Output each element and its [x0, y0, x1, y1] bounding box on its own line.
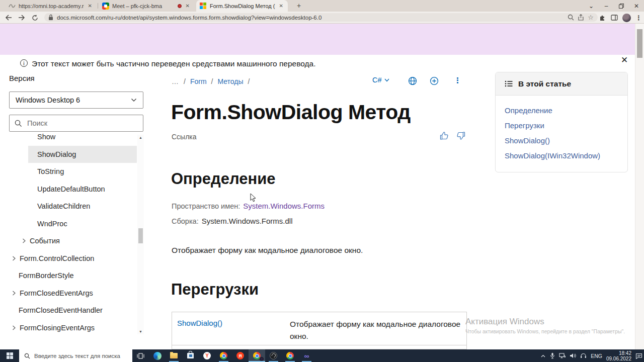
tree-item-form-controlcollection[interactable]: Form.ControlCollection [9, 250, 137, 267]
tree-item-tostring[interactable]: ToString [9, 163, 137, 180]
add-to-collection-icon[interactable] [430, 76, 439, 85]
page-scrollbar[interactable] [635, 24, 644, 349]
visual-studio-taskbar-icon[interactable]: ∞ [298, 349, 315, 362]
microsoft-favicon-icon [200, 3, 207, 9]
activation-watermark-subtitle: Чтобы активировать Windows, перейдите в … [465, 328, 625, 334]
edge-taskbar-icon[interactable] [149, 349, 166, 362]
taskbar-apps: Y Я ∞ [132, 349, 315, 362]
bookmark-star-icon[interactable]: ☆ [588, 14, 594, 21]
chrome2-taskbar-icon[interactable] [282, 349, 298, 362]
tab-google-meet[interactable]: Meet – pfk-cjck-bma ✕ [99, 0, 194, 12]
close-icon[interactable]: ✕ [185, 3, 191, 9]
toc-link-showdialog[interactable]: ShowDialog() [505, 133, 618, 148]
definition-heading: Определение [171, 170, 275, 188]
toc-link-overloads[interactable]: Перегрузки [505, 118, 618, 133]
breadcrumb-ellipsis[interactable]: … [172, 77, 179, 85]
tree-item-events[interactable]: События [9, 232, 137, 250]
tree-item-label: ShowDialog [37, 150, 76, 158]
chrome-active-taskbar-icon[interactable] [249, 349, 265, 362]
thumbs-up-icon[interactable] [439, 131, 449, 141]
taskbar-clock[interactable]: 18:42 09.06.2022 [606, 350, 631, 361]
scrollbar-thumb[interactable] [637, 29, 642, 58]
close-icon[interactable]: ✕ [278, 3, 284, 9]
sidebar-search[interactable] [9, 115, 143, 132]
reload-button[interactable] [30, 13, 39, 22]
tree-item-label: События [30, 237, 60, 245]
tree-item-updatedefaultbutton[interactable]: UpdateDefaultButton [9, 180, 137, 198]
extensions-icon[interactable] [599, 14, 606, 21]
version-dropdown[interactable]: Windows Desktop 6 [9, 92, 143, 109]
article-tools: C# ⋮ [372, 76, 463, 87]
chevron-right-icon[interactable] [22, 238, 26, 243]
overloads-table: ShowDialog() Отображает форму как модаль… [172, 312, 467, 349]
toc-link-definition[interactable]: Определение [505, 103, 618, 118]
share-icon[interactable] [578, 14, 584, 21]
overload-link[interactable]: ShowDialog() [177, 319, 222, 327]
globe-icon[interactable] [408, 76, 417, 85]
obs-taskbar-icon[interactable] [265, 349, 282, 362]
yandex-browser-taskbar-icon[interactable]: Я [232, 349, 249, 362]
profile-avatar[interactable] [622, 14, 631, 22]
scroll-down-icon[interactable]: ▼ [137, 330, 144, 333]
recording-indicator-icon [178, 4, 182, 8]
network-icon[interactable] [559, 353, 566, 358]
taskbar-time: 18:42 [606, 350, 631, 356]
tree-item-formborderstyle[interactable]: FormBorderStyle [9, 267, 137, 285]
more-actions-icon[interactable]: ⋮ [454, 76, 461, 85]
start-button[interactable] [0, 349, 19, 362]
yandex-taskbar-icon[interactable]: Y [199, 349, 215, 362]
language-selector[interactable]: C# [372, 76, 389, 84]
task-view-button[interactable] [132, 349, 149, 362]
chrome-taskbar-icon[interactable] [215, 349, 232, 362]
tab-search-icon[interactable]: ⌄ [584, 0, 599, 12]
browser-menu-icon[interactable]: ⋮ [635, 14, 642, 22]
toc-link-showdialog-iwin32window[interactable]: ShowDialog(IWin32Window) [505, 148, 618, 163]
restore-button[interactable] [614, 0, 629, 12]
tree-item-formclosedeventargs[interactable]: FormClosedEventArgs [9, 285, 137, 302]
lock-icon [48, 14, 53, 21]
tree-item-validatechildren[interactable]: ValidateChildren [9, 198, 137, 215]
headset-icon[interactable] [580, 353, 587, 358]
breadcrumb-link-form[interactable]: Form [190, 77, 207, 85]
breadcrumb-link-methods[interactable]: Методы [217, 77, 243, 85]
microphone-icon[interactable] [550, 352, 555, 359]
tree-item-show[interactable]: Show [9, 133, 137, 146]
url-text[interactable]: docs.microsoft.com/ru-ru/dotnet/api/syst… [57, 15, 564, 21]
chevron-down-icon [384, 78, 389, 82]
scrollbar-thumb[interactable] [138, 228, 143, 243]
obs-icon [270, 352, 277, 359]
folder-icon [170, 353, 178, 358]
zoom-icon[interactable] [568, 14, 574, 21]
address-bar[interactable]: docs.microsoft.com/ru-ru/dotnet/api/syst… [44, 13, 598, 22]
microsoft-store-taskbar-icon[interactable] [182, 349, 199, 362]
tray-chevron-up-icon[interactable] [540, 354, 546, 358]
close-window-button[interactable]: ✕ [629, 0, 644, 12]
tree-item-showdialog[interactable]: ShowDialog [28, 146, 137, 163]
tab-docs-microsoft[interactable]: Form.ShowDialog Метод (System ✕ [196, 0, 288, 12]
chevron-right-icon[interactable] [12, 256, 16, 261]
tree-item-label: FormClosingEventArgs [20, 324, 95, 332]
close-icon[interactable]: ✕ [87, 3, 93, 9]
tree-item-wndproc[interactable]: WndProc [9, 215, 137, 233]
tree-item-formclosingeventargs[interactable]: FormClosingEventArgs [9, 319, 137, 335]
search-input[interactable] [26, 119, 138, 128]
forward-button[interactable] [17, 13, 26, 22]
banner-close-icon[interactable]: ✕ [619, 54, 630, 66]
namespace-link[interactable]: System.Windows.Forms [243, 202, 325, 210]
side-panel-icon[interactable] [611, 15, 618, 21]
minimize-button[interactable]: – [599, 0, 614, 12]
taskbar-search[interactable]: Введите здесь текст для поиска [19, 349, 132, 362]
language-indicator[interactable]: ENG [591, 353, 602, 359]
new-tab-button[interactable]: + [294, 1, 304, 11]
tree-item-formclosedeventhandler[interactable]: FormClosedEventHandler [9, 302, 137, 319]
volume-icon[interactable] [570, 353, 576, 358]
back-button[interactable] [4, 13, 13, 22]
sidebar-scrollbar[interactable]: ▲ ▼ [137, 135, 144, 334]
tab-omni-top-academy[interactable]: https://omni.top-academy.ru/#/ ✕ [5, 0, 97, 12]
thumbs-down-icon[interactable] [456, 131, 466, 141]
action-center-icon[interactable] [635, 353, 642, 359]
file-explorer-taskbar-icon[interactable] [166, 349, 182, 362]
chevron-right-icon[interactable] [12, 325, 16, 330]
chevron-right-icon[interactable] [12, 291, 16, 296]
scroll-up-icon[interactable]: ▲ [137, 136, 144, 139]
